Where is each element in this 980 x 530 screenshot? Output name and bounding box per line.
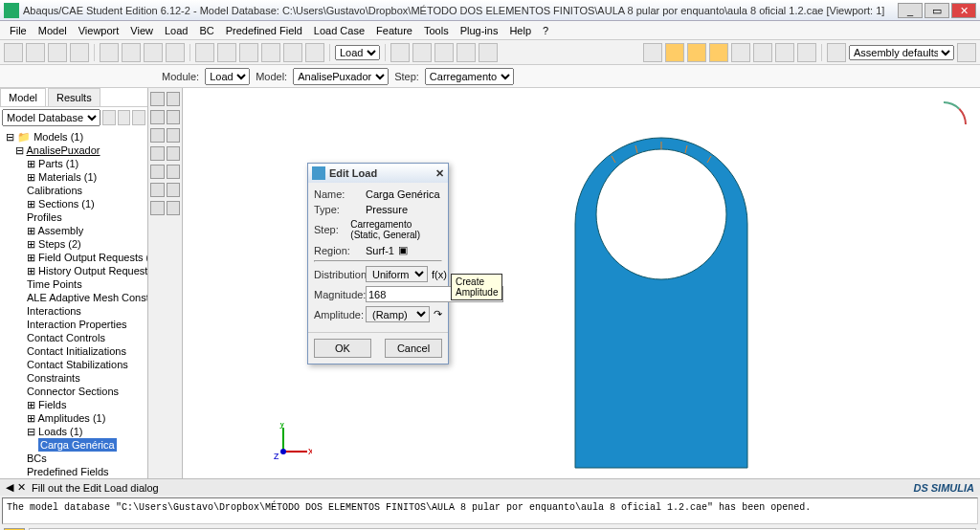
- menu-viewport[interactable]: Viewport: [73, 23, 125, 38]
- tree-contact-init[interactable]: Contact Initializations: [4, 344, 144, 358]
- tree-constraints[interactable]: Constraints: [4, 371, 144, 385]
- tool-print[interactable]: [70, 43, 89, 62]
- tb-12[interactable]: [167, 183, 181, 197]
- tree-field-out[interactable]: ⊞ Field Output Requests (1): [4, 251, 144, 264]
- dialog-close-icon[interactable]: ✕: [435, 167, 444, 180]
- dist-select[interactable]: Uniform: [366, 266, 428, 282]
- tree-loads[interactable]: ⊟ Loads (1): [4, 425, 144, 438]
- tab-results[interactable]: Results: [48, 88, 100, 106]
- tool-r2[interactable]: [665, 43, 684, 62]
- tb-1[interactable]: [150, 92, 165, 106]
- tree-bcs[interactable]: BCs: [4, 452, 144, 465]
- model-tree[interactable]: ⊟ 📁 Models (1) ⊟ AnalisePuxador ⊞ Parts …: [0, 128, 147, 478]
- amp-select[interactable]: (Ramp): [366, 306, 430, 322]
- tab-model[interactable]: Model: [0, 88, 46, 106]
- tool-new[interactable]: [4, 43, 23, 62]
- tree-profiles[interactable]: Profiles: [4, 210, 144, 224]
- tree-parts[interactable]: ⊞ Parts (1): [4, 157, 144, 170]
- tree-interactions[interactable]: Interactions: [4, 304, 144, 318]
- region-pick-icon[interactable]: ▣: [398, 244, 408, 256]
- view-select[interactable]: Load: [335, 45, 380, 60]
- dialog-titlebar[interactable]: Edit Load ✕: [308, 164, 448, 183]
- message-area[interactable]: The model database "C:\Users\Gustavo\Dro…: [2, 497, 978, 524]
- menu-view[interactable]: View: [124, 23, 159, 38]
- prompt-cancel-icon[interactable]: ✕: [17, 481, 26, 494]
- create-amplitude-button[interactable]: ↷: [434, 308, 442, 320]
- tb-11[interactable]: [150, 183, 165, 197]
- tree-fields[interactable]: ⊞ Fields: [4, 398, 144, 411]
- tool-rotate[interactable]: [217, 43, 236, 62]
- tree-calibrations[interactable]: Calibrations: [4, 184, 144, 197]
- tree-contact-ctrl[interactable]: Contact Controls: [4, 331, 144, 344]
- view-orientation-icon[interactable]: [944, 101, 967, 124]
- tree-amplitudes[interactable]: ⊞ Amplitudes (1): [4, 411, 144, 425]
- tree-time-points[interactable]: Time Points: [4, 277, 144, 291]
- tb-13[interactable]: [150, 201, 165, 215]
- tool-box-zoom[interactable]: [261, 43, 280, 62]
- tree-analise[interactable]: ⊟ AnalisePuxador: [4, 144, 144, 157]
- tree-ale[interactable]: ALE Adaptive Mesh Constraints: [4, 291, 144, 304]
- module-select[interactable]: Load: [205, 68, 250, 85]
- tool-r8[interactable]: [797, 43, 816, 62]
- tool-r7[interactable]: [775, 43, 794, 62]
- tb-2[interactable]: [167, 92, 181, 106]
- tb-3[interactable]: [150, 110, 165, 124]
- tool-r6[interactable]: [753, 43, 772, 62]
- menu-whatsthis[interactable]: ?: [537, 23, 554, 38]
- render-select[interactable]: Assembly defaults: [849, 45, 954, 60]
- tree-int-props[interactable]: Interaction Properties: [4, 318, 144, 331]
- tool-r3[interactable]: [687, 43, 706, 62]
- tb-6[interactable]: [167, 128, 181, 143]
- tool-16[interactable]: [412, 43, 432, 62]
- tool-15[interactable]: [390, 43, 410, 62]
- tree-conn-sect[interactable]: Connector Sections: [4, 385, 144, 398]
- tree-filter-icon[interactable]: [118, 110, 131, 125]
- menu-load-case[interactable]: Load Case: [308, 23, 370, 38]
- tool-r1[interactable]: [643, 43, 662, 62]
- tree-predef[interactable]: Predefined Fields: [4, 465, 144, 478]
- tb-10[interactable]: [167, 165, 181, 179]
- fx-button[interactable]: f(x): [432, 269, 447, 280]
- tb-5[interactable]: [150, 128, 165, 143]
- tb-4[interactable]: [167, 110, 181, 124]
- ok-button[interactable]: OK: [314, 339, 371, 358]
- maximize-button[interactable]: ▭: [924, 3, 949, 18]
- prompt-back-icon[interactable]: ◀: [6, 481, 13, 494]
- menu-model[interactable]: Model: [33, 23, 73, 38]
- model-select[interactable]: AnalisePuxador: [293, 68, 389, 85]
- minimize-button[interactable]: _: [898, 3, 923, 18]
- tb-14[interactable]: [167, 201, 181, 215]
- tool-17[interactable]: [434, 43, 454, 62]
- tree-materials[interactable]: ⊞ Materials (1): [4, 170, 144, 184]
- tree-refresh-icon[interactable]: [102, 110, 116, 125]
- tb-8[interactable]: [167, 146, 181, 161]
- tool-r4[interactable]: [709, 43, 728, 62]
- tree-scope-select[interactable]: Model Database: [2, 109, 100, 126]
- tree-sections[interactable]: ⊞ Sections (1): [4, 197, 144, 210]
- tb-9[interactable]: [150, 165, 165, 179]
- tool-18[interactable]: [457, 43, 476, 62]
- tree-models[interactable]: ⊟ 📁 Models (1): [4, 130, 144, 144]
- menu-load[interactable]: Load: [159, 23, 193, 38]
- tree-steps[interactable]: ⊞ Steps (2): [4, 237, 144, 251]
- tool-r10[interactable]: [957, 43, 976, 62]
- tool-r9[interactable]: [827, 43, 846, 62]
- tree-contact-stab[interactable]: Contact Stabilizations: [4, 358, 144, 371]
- tree-carga[interactable]: Carga Genérica: [4, 438, 144, 452]
- tool-8[interactable]: [166, 43, 185, 62]
- menu-file[interactable]: File: [4, 23, 33, 38]
- tb-7[interactable]: [150, 146, 165, 161]
- menu-plugins[interactable]: Plug-ins: [455, 23, 504, 38]
- tool-open[interactable]: [26, 43, 45, 62]
- tool-14[interactable]: [305, 43, 324, 62]
- close-button[interactable]: ✕: [951, 3, 976, 18]
- cancel-button[interactable]: Cancel: [385, 339, 442, 358]
- step-select[interactable]: Carregamento: [425, 68, 514, 85]
- menu-tools[interactable]: Tools: [418, 23, 455, 38]
- tool-r5[interactable]: [731, 43, 750, 62]
- tool-19[interactable]: [479, 43, 498, 62]
- tool-pan[interactable]: [195, 43, 214, 62]
- menu-help[interactable]: Help: [503, 23, 537, 38]
- tree-hist-out[interactable]: ⊞ History Output Requests (1): [4, 264, 144, 277]
- tool-fit[interactable]: [283, 43, 302, 62]
